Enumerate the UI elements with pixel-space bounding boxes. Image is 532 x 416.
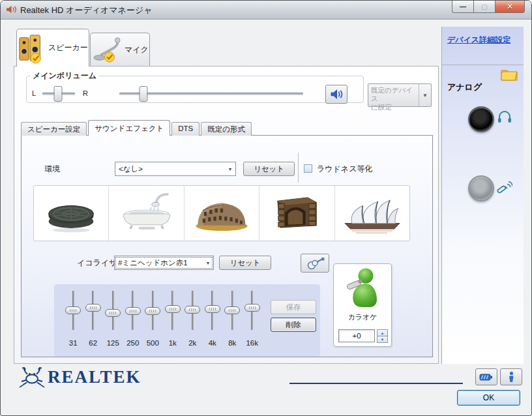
chevron-down-icon: ▼	[225, 167, 235, 171]
eq-band-label: 125	[107, 339, 119, 347]
eq-slider-thumb[interactable]	[85, 304, 101, 312]
tab-speakers-label: スピーカー	[48, 42, 88, 53]
volume-slider-track[interactable]	[119, 93, 303, 95]
eq-slider-track[interactable]	[152, 291, 154, 330]
guitar-eq-button[interactable]	[301, 254, 329, 273]
device-advanced-settings-link[interactable]: デバイス詳細設定	[447, 35, 510, 46]
close-button[interactable]: ✕	[495, 1, 525, 13]
preset-auditorium[interactable]	[335, 186, 409, 241]
folder-icon	[500, 67, 518, 82]
eq-band: 62	[83, 291, 104, 347]
tab-speaker-config[interactable]: スピーカー設定	[21, 122, 87, 136]
eq-slider-thumb[interactable]	[185, 306, 200, 314]
tab-default-format[interactable]: 既定の形式	[201, 122, 252, 136]
eq-slider-track[interactable]	[132, 291, 134, 330]
eq-band: 500	[143, 291, 163, 347]
arena-image	[189, 190, 254, 236]
eq-slider-track[interactable]	[112, 291, 114, 330]
balance-slider-track[interactable]	[42, 93, 75, 95]
eq-band: 2k	[183, 291, 203, 347]
eq-slider-thumb[interactable]	[65, 306, 81, 314]
environment-presets	[33, 185, 410, 241]
eq-slider-thumb[interactable]	[165, 305, 181, 313]
karaoke-spinner: ▲ ▼	[377, 329, 388, 342]
equalizer-label: イコライザ	[77, 258, 117, 269]
eq-save-button[interactable]: 保存	[271, 300, 316, 314]
ok-button[interactable]: OK	[457, 390, 520, 406]
preset-sewerpipe[interactable]	[34, 186, 109, 241]
karaoke-value-field[interactable]: +0	[338, 329, 375, 342]
eq-slider-thumb[interactable]	[105, 309, 121, 317]
eq-band: 8k	[222, 291, 243, 347]
eq-slider-thumb[interactable]	[205, 305, 220, 313]
environment-dropdown[interactable]: <なし> ▼	[115, 162, 236, 176]
chevron-down-icon: ▼	[203, 261, 213, 265]
eq-slider-thumb[interactable]	[125, 307, 141, 315]
set-default-device-button[interactable]: 既定のデバイス に設定 ▼	[368, 83, 432, 107]
title-bar[interactable]: Realtek HD オーディオマネージャ — ▢ ✕	[1, 1, 531, 20]
equalizer-dropdown[interactable]: #ミニヘッドホン赤1 ▼	[114, 256, 214, 270]
minimize-button[interactable]: —	[452, 1, 474, 13]
maximize-button[interactable]: ▢	[473, 1, 495, 13]
mute-button[interactable]	[325, 85, 347, 104]
divider	[442, 65, 524, 65]
environment-reset-button[interactable]: リセット	[243, 162, 295, 176]
brand-underline	[289, 383, 463, 384]
eq-slider-track[interactable]	[251, 291, 253, 330]
tab-microphone[interactable]: マイク	[90, 33, 150, 67]
connector-sidebar: デバイス詳細設定 アナログ	[441, 27, 524, 364]
app-speaker-icon	[6, 5, 17, 14]
window-controls: — ▢ ✕	[452, 1, 525, 13]
main-volume-group: メインボリューム L R	[26, 70, 364, 103]
loudness-checkbox[interactable]	[304, 164, 312, 173]
eq-slider-track[interactable]	[231, 291, 233, 330]
balance-right-label: R	[83, 89, 88, 97]
set-default-dropdown-arrow[interactable]: ▼	[419, 84, 431, 106]
preset-arena[interactable]	[185, 186, 259, 241]
eq-delete-button[interactable]: 削除	[271, 318, 316, 332]
information-button[interactable]	[500, 368, 522, 385]
equalizer-reset-button[interactable]: リセット	[219, 256, 271, 270]
equalizer-dropdown-value: #ミニヘッドホン赤1	[115, 258, 203, 268]
spinner-down-button[interactable]: ▼	[377, 336, 388, 343]
realtek-brand-text: REALTEK	[48, 367, 141, 387]
headphone-jack[interactable]	[468, 106, 494, 132]
eq-slider-track[interactable]	[211, 291, 213, 330]
eq-slider-thumb[interactable]	[244, 304, 260, 312]
eq-band-label: 16k	[246, 339, 258, 347]
karaoke-box: カラオケ +0 ▲ ▼	[333, 263, 392, 347]
equalizer-bands: 31 62 125 250	[63, 291, 262, 347]
eq-band-label: 8k	[228, 339, 236, 347]
power-management-button[interactable]	[475, 368, 497, 385]
tab-dts[interactable]: DTS	[171, 122, 200, 136]
eq-band-label: 31	[69, 339, 78, 347]
eq-band: 4k	[203, 291, 223, 347]
eq-slider-track[interactable]	[171, 291, 173, 330]
auditorium-image	[340, 190, 405, 236]
eq-band-label: 500	[147, 339, 159, 347]
balance-slider-thumb[interactable]	[54, 86, 63, 102]
karaoke-singer-icon	[345, 267, 381, 310]
eq-band-label: 250	[126, 339, 139, 347]
preset-stoneroom[interactable]	[259, 186, 334, 241]
bathroom-image	[114, 190, 179, 236]
tab-speakers[interactable]: スピーカー	[16, 29, 89, 67]
microphone-icon	[91, 37, 123, 64]
microphone-jack[interactable]	[468, 175, 494, 201]
eq-slider-thumb[interactable]	[145, 307, 160, 315]
loudness-label: ラウドネス等化	[317, 164, 372, 175]
window-frame: Realtek HD オーディオマネージャ — ▢ ✕ スピーカー マイク	[0, 0, 532, 416]
eq-band: 31	[63, 291, 83, 347]
eq-band: 16k	[243, 291, 263, 347]
preset-bathroom[interactable]	[109, 186, 184, 241]
stoneroom-image	[264, 190, 329, 236]
eq-slider-track[interactable]	[72, 291, 74, 330]
eq-slider-track[interactable]	[192, 291, 194, 330]
volume-slider-thumb[interactable]	[139, 86, 147, 102]
tab-sound-effect[interactable]: サウンドエフェクト	[88, 120, 170, 136]
sewerpipe-image	[38, 190, 104, 236]
realtek-audio-manager-window: Realtek HD オーディオマネージャ — ▢ ✕ スピーカー マイク	[0, 0, 532, 416]
eq-band: 250	[123, 291, 143, 347]
eq-slider-thumb[interactable]	[224, 306, 240, 314]
eq-slider-track[interactable]	[92, 291, 94, 330]
